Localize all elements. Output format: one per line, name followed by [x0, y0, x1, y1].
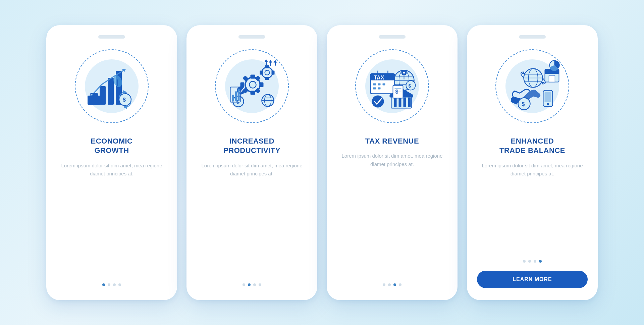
card-economic-growth: $ ECONOMICGROWTH Lorem ipsum dolor sit d…: [46, 25, 177, 300]
card-increased-productivity: $ INCREASEDPRODUCTIVITY Lorem ipsum dolo…: [186, 25, 317, 300]
svg-rect-44: [238, 89, 240, 101]
phone-notch: [379, 35, 406, 39]
dot-3: [534, 260, 536, 263]
svg-point-88: [547, 103, 549, 105]
dot-4: [259, 283, 261, 286]
svg-rect-69: [399, 97, 401, 107]
phone-notch: [238, 35, 265, 39]
svg-rect-26: [272, 70, 275, 74]
svg-rect-60: [378, 83, 381, 85]
svg-rect-13: [251, 74, 255, 78]
svg-rect-18: [255, 88, 261, 94]
tax-revenue-icon: $ TAX: [361, 55, 423, 117]
trade-balance-icon: $: [501, 55, 564, 117]
economic-growth-icon-area: $: [71, 46, 152, 126]
economic-growth-description: Lorem ipsum dolor sit dim amet, mea regi…: [56, 162, 167, 276]
economic-growth-icon: $: [82, 56, 142, 116]
svg-rect-59: [373, 83, 376, 85]
svg-rect-2: [108, 78, 114, 105]
phone-notch: [98, 35, 125, 39]
tax-revenue-title: TAX REVENUE: [365, 137, 419, 146]
svg-point-12: [250, 81, 256, 88]
productivity-description: Lorem ipsum dolor sit dim amet, mea regi…: [197, 162, 307, 276]
productivity-icon-area: $: [212, 46, 292, 126]
trade-balance-dots: [523, 260, 542, 263]
svg-rect-61: [383, 83, 385, 85]
cards-container: $ ECONOMICGROWTH Lorem ipsum dolor sit d…: [46, 25, 598, 300]
svg-rect-62: [373, 87, 376, 89]
svg-text:$: $: [123, 97, 126, 103]
svg-marker-30: [274, 60, 277, 62]
dot-2: [108, 283, 110, 286]
dot-1: [383, 283, 385, 286]
trade-balance-description: Lorem ipsum dolor sit dim amet, mea regi…: [477, 162, 588, 253]
phone-notch: [519, 35, 546, 39]
dot-2: [528, 260, 531, 263]
dot-3: [393, 283, 396, 286]
productivity-dots: [243, 283, 261, 286]
svg-rect-16: [260, 82, 264, 87]
card-enhanced-trade-balance: $ ENHANCEDTRADE BALANCE Lorem ipsum dolo…: [467, 25, 598, 300]
economic-growth-dots: [102, 283, 121, 286]
svg-rect-70: [404, 97, 406, 107]
svg-rect-1: [100, 86, 106, 105]
svg-rect-19: [255, 75, 261, 81]
dot-3: [253, 283, 256, 286]
svg-rect-87: [545, 92, 551, 102]
svg-rect-24: [265, 77, 269, 80]
svg-text:$: $: [409, 83, 411, 88]
svg-rect-25: [260, 70, 263, 74]
dot-1: [243, 283, 245, 286]
economic-growth-title: ECONOMICGROWTH: [91, 137, 133, 156]
dot-1: [102, 283, 105, 286]
svg-point-64: [372, 95, 384, 107]
dot-3: [113, 283, 116, 286]
svg-rect-63: [378, 87, 381, 89]
learn-more-button[interactable]: LEARN MORE: [477, 271, 588, 288]
trade-balance-title: ENHANCEDTRADE BALANCE: [499, 137, 565, 156]
svg-marker-32: [265, 59, 268, 62]
dot-4: [399, 283, 401, 286]
card-tax-revenue: $ TAX: [327, 25, 458, 300]
dot-1: [523, 260, 526, 263]
tax-revenue-dots: [383, 283, 401, 286]
svg-marker-28: [269, 60, 272, 62]
svg-rect-43: [235, 91, 237, 101]
svg-rect-15: [240, 82, 245, 87]
svg-rect-85: [549, 75, 555, 82]
dot-4: [539, 260, 542, 263]
svg-text:$: $: [395, 89, 398, 94]
svg-point-51: [403, 71, 405, 73]
tax-revenue-description: Lorem ipsum dolor sit dim amet, mea regi…: [337, 152, 447, 276]
dot-2: [388, 283, 391, 286]
trade-balance-icon-area: $: [492, 46, 573, 126]
svg-text:TAX: TAX: [374, 74, 384, 80]
svg-rect-23: [265, 65, 269, 68]
svg-rect-14: [251, 91, 255, 95]
svg-text:$: $: [522, 101, 525, 107]
svg-rect-71: [408, 97, 411, 107]
productivity-icon: $: [221, 55, 283, 117]
svg-point-22: [265, 70, 270, 75]
dot-2: [248, 283, 251, 286]
svg-rect-42: [232, 95, 234, 101]
tax-revenue-icon-area: $ TAX: [352, 46, 432, 126]
svg-rect-68: [394, 97, 397, 107]
dot-4: [118, 283, 121, 286]
productivity-title: INCREASEDPRODUCTIVITY: [223, 137, 280, 156]
